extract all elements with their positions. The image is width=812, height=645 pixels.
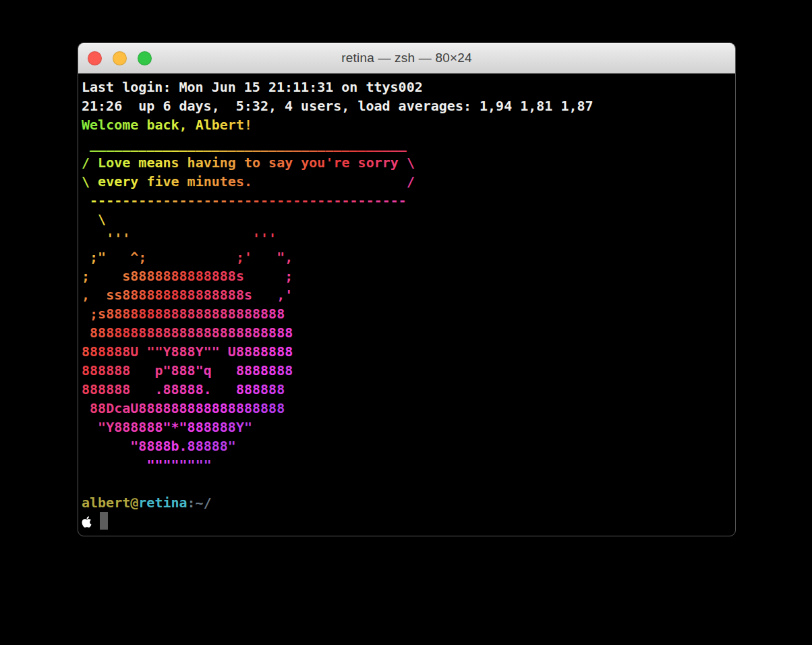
terminal-line: ---------------------------------------: [82, 191, 735, 210]
terminal-line: ''' ''': [82, 229, 735, 248]
terminal-line: \ every five minutes. /: [82, 172, 735, 191]
terminal-line: "8888b.88888": [82, 437, 735, 455]
window-title: retina — zsh — 80×24: [341, 51, 472, 65]
terminal-line: ; s8888888888888s ;: [82, 267, 735, 285]
terminal-line: 8888888888888888888888888: [82, 323, 735, 342]
traffic-lights: [88, 43, 152, 73]
terminal-line: albert@retina:~/: [82, 493, 735, 512]
terminal-line: 888888U ""Y888Y"" U8888888: [82, 342, 735, 361]
window-titlebar[interactable]: retina — zsh — 80×24: [78, 43, 735, 74]
desktop-background: { "window": { "title": "retina — zsh — 8…: [0, 0, 812, 645]
terminal-line: 888888 .88888. 888888: [82, 380, 735, 399]
terminal-line: [82, 474, 735, 493]
terminal-line: ;" ^; ;' ",: [82, 248, 735, 267]
terminal-line: """""""": [82, 455, 735, 474]
terminal-line: 888888 p"888"q 8888888: [82, 361, 735, 380]
terminal-line: ;s8888888888888888888888: [82, 304, 735, 323]
terminal-line: , ss888888888888888s ,': [82, 285, 735, 304]
terminal-window: retina — zsh — 80×24 Last login: Mon Jun…: [78, 43, 736, 536]
terminal-line: Last login: Mon Jun 15 21:11:31 on ttys0…: [82, 78, 735, 96]
terminal-line: \: [82, 210, 735, 229]
terminal-line: 88DcaU888888888888888888: [82, 399, 735, 418]
terminal-line: / Love means having to say you're sorry …: [82, 153, 735, 172]
terminal-line: _______________________________________: [82, 134, 735, 153]
terminal-line: [82, 512, 735, 531]
terminal-line: 21:26 up 6 days, 5:32, 4 users, load ave…: [82, 96, 735, 115]
zoom-button[interactable]: [138, 51, 152, 65]
apple-icon: [82, 515, 92, 528]
close-button[interactable]: [88, 51, 102, 65]
terminal-line: Welcome back, Albert!: [82, 115, 735, 134]
terminal-screen[interactable]: Last login: Mon Jun 15 21:11:31 on ttys0…: [78, 74, 735, 531]
terminal-line: "Y888888"*"888888Y": [82, 418, 735, 437]
terminal-cursor: [100, 512, 108, 530]
minimize-button[interactable]: [113, 51, 127, 65]
